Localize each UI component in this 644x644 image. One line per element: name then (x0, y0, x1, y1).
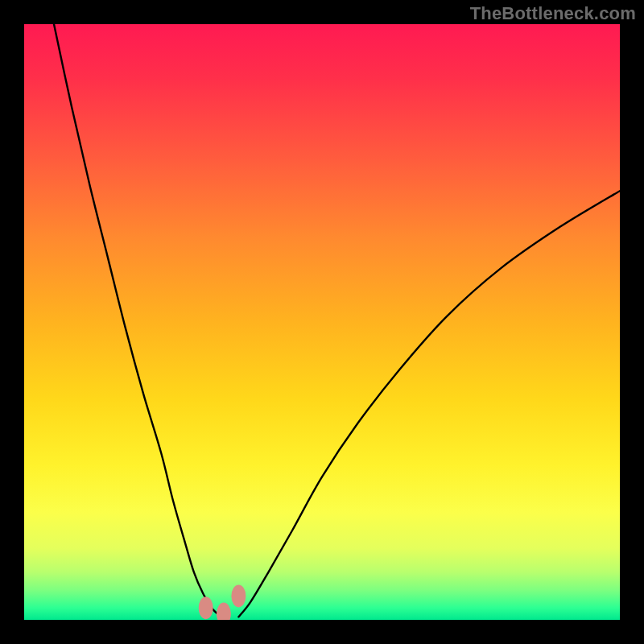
right-branch-curve (238, 191, 620, 617)
trough-marker (199, 597, 213, 619)
curve-layer (24, 24, 620, 620)
watermark-text: TheBottleneck.com (470, 3, 636, 24)
left-branch-curve (54, 24, 221, 617)
plot-area (24, 24, 620, 620)
trough-marker (231, 584, 246, 607)
trough-markers (199, 584, 246, 620)
trough-marker (217, 603, 231, 620)
chart-frame: TheBottleneck.com (0, 0, 644, 644)
